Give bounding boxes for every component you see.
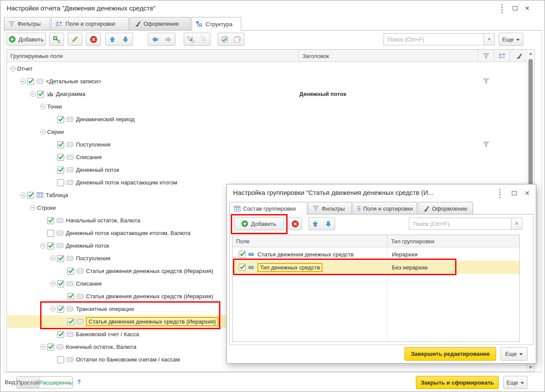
- window-close-button[interactable]: ✕: [522, 4, 532, 13]
- delete-button[interactable]: [86, 33, 101, 46]
- tree-row[interactable]: Списания: [7, 151, 527, 164]
- dialog-tab-fields-sorting[interactable]: Поля и сортировки: [353, 202, 417, 215]
- tree-row-label[interactable]: Банковский счет / Касса: [76, 331, 139, 337]
- tree-row-label[interactable]: Отчет: [17, 65, 33, 72]
- tree-row-label[interactable]: Конечный остаток, Валюта: [66, 344, 136, 350]
- tree-row-label[interactable]: Динамический период: [76, 116, 134, 123]
- dialog-maximize-button[interactable]: [509, 189, 519, 198]
- checkbox-checked[interactable]: [37, 91, 44, 98]
- move-up-button[interactable]: [105, 33, 119, 46]
- add-group-button[interactable]: [49, 33, 64, 46]
- dialog-tab-grouping-content[interactable]: Состав группировки: [230, 202, 307, 215]
- dialog-move-down-button[interactable]: [322, 217, 335, 230]
- dialog-tab-filters[interactable]: Фильтры: [308, 202, 352, 215]
- move-down-button[interactable]: [119, 33, 133, 46]
- tree-row-label[interactable]: Денежный поток нарастающим итогом: [76, 179, 177, 186]
- collapse-icon[interactable]: [40, 129, 46, 135]
- tree-row[interactable]: ДиаграммаДенежный поток: [7, 88, 527, 100]
- tree-row-label[interactable]: Статья движения денежных средств (Иерарх…: [86, 268, 213, 274]
- dialog-menu-button[interactable]: [495, 189, 504, 198]
- collapse-icon[interactable]: [30, 91, 36, 97]
- dialog-table-row[interactable]: Статья движения денежных средствИерархия: [233, 248, 519, 261]
- edit-button[interactable]: [68, 33, 82, 46]
- tree-row[interactable]: Точки: [7, 100, 527, 113]
- collapse-icon[interactable]: [20, 78, 26, 84]
- tree-row-label[interactable]: Серии: [47, 129, 64, 135]
- dialog-close-button[interactable]: ✕: [522, 189, 532, 198]
- checkbox-unchecked[interactable]: [57, 356, 64, 363]
- field-name[interactable]: Тип денежных средств: [257, 263, 322, 272]
- tree-row-label[interactable]: Остатки по банковским счетам / кассам: [76, 356, 180, 363]
- collapse-icon[interactable]: [50, 281, 56, 286]
- tree-row[interactable]: <Детальные записи>: [7, 75, 527, 88]
- group-type-value[interactable]: Иерархия: [392, 251, 418, 258]
- checkbox-checked[interactable]: [57, 255, 64, 262]
- help-link[interactable]: ?: [77, 378, 81, 385]
- tab-fields-sorting[interactable]: Поля и сортировки: [51, 17, 129, 30]
- collapse-icon[interactable]: [40, 104, 46, 109]
- collapse-icon[interactable]: [40, 243, 46, 249]
- view-advanced-button[interactable]: Расширенный: [39, 377, 73, 388]
- more-button[interactable]: Еще: [499, 33, 523, 46]
- dialog-search-input[interactable]: [409, 218, 511, 230]
- tree-row[interactable]: Серии: [7, 126, 527, 138]
- column-header-title[interactable]: Заголовок: [298, 50, 478, 62]
- tree-row-label[interactable]: Статья движения денежных средств (Иерарх…: [86, 317, 219, 326]
- tree-row-label[interactable]: Поступления: [76, 255, 110, 262]
- tree-row-label[interactable]: Строки: [37, 205, 56, 211]
- checkbox-unchecked[interactable]: [57, 179, 64, 186]
- collapse-icon[interactable]: [50, 306, 56, 312]
- tree-row-label[interactable]: Денежный поток нарастающим итогом, Валют…: [66, 230, 191, 236]
- close-and-generate-button[interactable]: Закрыть и сформировать: [416, 376, 499, 389]
- tree-row-label[interactable]: Статья движения денежных средств (Иерарх…: [86, 293, 213, 300]
- search-input[interactable]: [384, 33, 484, 45]
- move-right-button-disabled[interactable]: [161, 33, 175, 46]
- field-name[interactable]: Статья движения денежных средств: [257, 251, 353, 258]
- dialog-move-up-button[interactable]: [308, 217, 322, 230]
- tree-row-label[interactable]: Начальный остаток, Валюта: [66, 217, 141, 224]
- checkbox-checked[interactable]: [67, 293, 74, 300]
- check-all-button[interactable]: [218, 33, 231, 46]
- tree-row-label[interactable]: Денежный поток: [66, 242, 109, 249]
- collapse-icon[interactable]: [50, 256, 56, 261]
- column-header-sort[interactable]: [494, 50, 510, 62]
- tree-row[interactable]: Динамический период: [7, 113, 527, 126]
- column-header-appearance[interactable]: [510, 50, 527, 62]
- checkbox-checked[interactable]: [57, 306, 64, 313]
- checkbox-checked[interactable]: [57, 154, 64, 161]
- footer-more-button[interactable]: Еще: [503, 376, 528, 389]
- dialog-table-row[interactable]: Тип денежных средствБез иерархии: [233, 261, 519, 274]
- dialog-tab-appearance[interactable]: Оформление: [418, 202, 473, 215]
- column-header-field[interactable]: Поле: [233, 235, 387, 247]
- collapse-icon[interactable]: [20, 192, 26, 198]
- search-clear-button[interactable]: ×: [484, 33, 495, 45]
- tree-row-label[interactable]: Денежный поток: [76, 167, 119, 173]
- tree-row[interactable]: Денежный поток: [7, 164, 527, 176]
- checkbox-checked[interactable]: [239, 264, 246, 271]
- finish-editing-button[interactable]: Завершить редактирование: [404, 347, 496, 361]
- group-type-value[interactable]: Без иерархии: [392, 264, 428, 271]
- tab-appearance[interactable]: Оформление: [130, 17, 191, 30]
- checkbox-checked[interactable]: [67, 318, 74, 325]
- group-button[interactable]: [184, 33, 197, 46]
- tree-row-label[interactable]: Таблица: [46, 192, 68, 198]
- view-simple-button[interactable]: Простой: [17, 377, 39, 388]
- column-header-group-type[interactable]: Тип группировки: [387, 235, 519, 247]
- tab-filters[interactable]: Фильтры: [4, 17, 50, 30]
- tree-row-label[interactable]: Диаграмма: [56, 91, 86, 97]
- window-maximize-button[interactable]: [510, 4, 520, 13]
- checkbox-checked[interactable]: [27, 78, 34, 85]
- checkbox-checked[interactable]: [57, 116, 64, 123]
- checkbox-checked[interactable]: [239, 251, 246, 258]
- column-header-filter[interactable]: [478, 50, 494, 62]
- window-menu-button[interactable]: [497, 4, 507, 13]
- checkbox-unchecked[interactable]: [47, 230, 54, 237]
- checkbox-checked[interactable]: [47, 217, 54, 224]
- tree-row-label[interactable]: Транзитные операции: [76, 306, 134, 312]
- collapse-icon[interactable]: [30, 205, 36, 211]
- dialog-search-clear-button[interactable]: ×: [511, 218, 522, 230]
- row-title-value[interactable]: Денежный поток: [299, 91, 346, 97]
- checkbox-checked[interactable]: [47, 242, 54, 249]
- collapse-icon[interactable]: [40, 344, 46, 350]
- tree-row-label[interactable]: Поступления: [76, 141, 110, 148]
